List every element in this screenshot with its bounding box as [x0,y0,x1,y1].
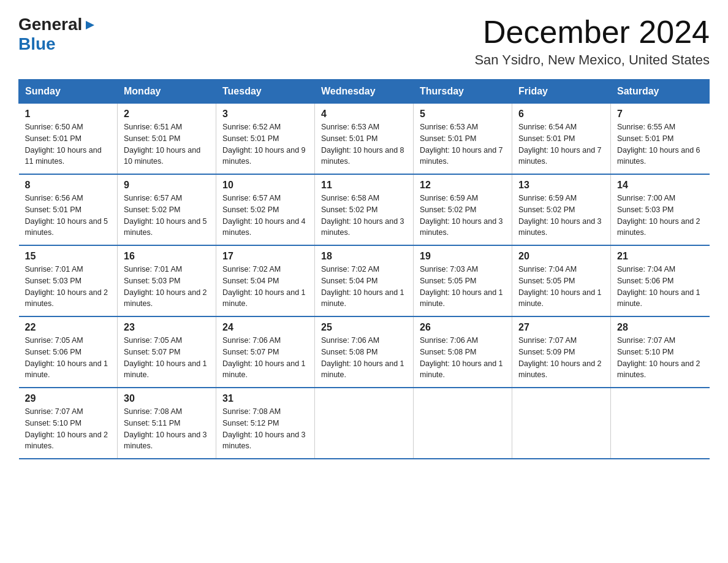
calendar-day-cell: 3Sunrise: 6:52 AMSunset: 5:01 PMDaylight… [216,104,315,175]
day-info: Sunrise: 7:08 AMSunset: 5:11 PMDaylight:… [124,406,210,452]
calendar-day-cell: 9Sunrise: 6:57 AMSunset: 5:02 PMDaylight… [118,174,216,245]
calendar-day-cell: 24Sunrise: 7:06 AMSunset: 5:07 PMDayligh… [216,316,315,388]
calendar-day-cell: 27Sunrise: 7:07 AMSunset: 5:09 PMDayligh… [512,316,611,388]
day-info: Sunrise: 7:04 AMSunset: 5:06 PMDaylight:… [617,264,703,310]
day-number: 31 [222,393,308,404]
day-info: Sunrise: 7:08 AMSunset: 5:12 PMDaylight:… [222,406,308,452]
day-info: Sunrise: 7:03 AMSunset: 5:05 PMDaylight:… [420,264,506,310]
calendar-day-cell: 23Sunrise: 7:05 AMSunset: 5:07 PMDayligh… [118,316,216,388]
day-number: 8 [25,180,112,191]
day-number: 3 [222,109,308,120]
day-info: Sunrise: 7:00 AMSunset: 5:03 PMDaylight:… [617,193,703,239]
day-number: 23 [124,322,210,333]
day-number: 29 [25,393,112,404]
day-info: Sunrise: 6:53 AMSunset: 5:01 PMDaylight:… [321,121,407,167]
calendar-day-cell: 30Sunrise: 7:08 AMSunset: 5:11 PMDayligh… [118,388,216,459]
logo-general: General [18,15,82,34]
calendar-day-cell: 28Sunrise: 7:07 AMSunset: 5:10 PMDayligh… [611,316,710,388]
calendar-week-row: 15Sunrise: 7:01 AMSunset: 5:03 PMDayligh… [19,245,710,316]
day-info: Sunrise: 6:59 AMSunset: 5:02 PMDaylight:… [518,193,604,239]
day-info: Sunrise: 6:51 AMSunset: 5:01 PMDaylight:… [124,121,210,167]
day-info: Sunrise: 7:05 AMSunset: 5:06 PMDaylight:… [25,335,112,381]
day-number: 5 [420,109,506,120]
day-info: Sunrise: 6:59 AMSunset: 5:02 PMDaylight:… [420,193,506,239]
day-number: 25 [321,322,407,333]
header-saturday: Saturday [611,80,710,104]
day-info: Sunrise: 6:57 AMSunset: 5:02 PMDaylight:… [124,193,210,239]
day-info: Sunrise: 7:04 AMSunset: 5:05 PMDaylight:… [518,264,604,310]
day-number: 14 [617,180,703,191]
calendar-day-cell: 7Sunrise: 6:55 AMSunset: 5:01 PMDaylight… [611,104,710,175]
logo-blue: Blue [18,34,56,53]
header-wednesday: Wednesday [315,80,414,104]
day-info: Sunrise: 6:52 AMSunset: 5:01 PMDaylight:… [222,121,308,167]
day-number: 6 [518,109,604,120]
header-thursday: Thursday [414,80,512,104]
title-area: December 2024 San Ysidro, New Mexico, Un… [474,15,710,68]
calendar-day-cell: 31Sunrise: 7:08 AMSunset: 5:12 PMDayligh… [216,388,315,459]
calendar-day-cell: 11Sunrise: 6:58 AMSunset: 5:02 PMDayligh… [315,174,414,245]
calendar-day-cell: 5Sunrise: 6:53 AMSunset: 5:01 PMDaylight… [414,104,512,175]
calendar-week-row: 29Sunrise: 7:07 AMSunset: 5:10 PMDayligh… [19,388,710,459]
day-info: Sunrise: 6:57 AMSunset: 5:02 PMDaylight:… [222,193,308,239]
location-subtitle: San Ysidro, New Mexico, United States [474,52,710,68]
day-info: Sunrise: 7:06 AMSunset: 5:07 PMDaylight:… [222,335,308,381]
calendar-day-cell: 14Sunrise: 7:00 AMSunset: 5:03 PMDayligh… [611,174,710,245]
calendar-day-cell: 8Sunrise: 6:56 AMSunset: 5:01 PMDaylight… [19,174,118,245]
calendar-day-cell: 29Sunrise: 7:07 AMSunset: 5:10 PMDayligh… [19,388,118,459]
header-tuesday: Tuesday [216,80,315,104]
day-number: 9 [124,180,210,191]
calendar-day-cell: 13Sunrise: 6:59 AMSunset: 5:02 PMDayligh… [512,174,611,245]
header-friday: Friday [512,80,611,104]
calendar-day-cell: 26Sunrise: 7:06 AMSunset: 5:08 PMDayligh… [414,316,512,388]
day-number: 19 [420,251,506,262]
calendar-day-cell: 4Sunrise: 6:53 AMSunset: 5:01 PMDaylight… [315,104,414,175]
day-info: Sunrise: 7:07 AMSunset: 5:10 PMDaylight:… [25,406,112,452]
calendar-week-row: 8Sunrise: 6:56 AMSunset: 5:01 PMDaylight… [19,174,710,245]
svg-marker-0 [86,21,94,29]
calendar-day-cell: 2Sunrise: 6:51 AMSunset: 5:01 PMDaylight… [118,104,216,175]
day-info: Sunrise: 7:07 AMSunset: 5:09 PMDaylight:… [518,335,604,381]
month-title: December 2024 [474,15,710,50]
day-number: 12 [420,180,506,191]
day-number: 28 [617,322,703,333]
page-header: General Blue December 2024 San Ysidro, N… [18,15,710,68]
day-number: 16 [124,251,210,262]
day-info: Sunrise: 7:06 AMSunset: 5:08 PMDaylight:… [321,335,407,381]
calendar-week-row: 22Sunrise: 7:05 AMSunset: 5:06 PMDayligh… [19,316,710,388]
day-info: Sunrise: 6:53 AMSunset: 5:01 PMDaylight:… [420,121,506,167]
day-number: 10 [222,180,308,191]
calendar-week-row: 1Sunrise: 6:50 AMSunset: 5:01 PMDaylight… [19,104,710,175]
day-number: 15 [25,251,112,262]
calendar-day-cell: 19Sunrise: 7:03 AMSunset: 5:05 PMDayligh… [414,245,512,316]
header-sunday: Sunday [19,80,118,104]
day-info: Sunrise: 6:50 AMSunset: 5:01 PMDaylight:… [25,121,112,167]
day-info: Sunrise: 6:55 AMSunset: 5:01 PMDaylight:… [617,121,703,167]
logo: General Blue [18,15,97,54]
calendar-day-cell: 18Sunrise: 7:02 AMSunset: 5:04 PMDayligh… [315,245,414,316]
calendar-header-row: SundayMondayTuesdayWednesdayThursdayFrid… [19,80,710,104]
day-number: 17 [222,251,308,262]
day-number: 11 [321,180,407,191]
logo-triangle-icon [83,18,97,32]
day-info: Sunrise: 6:54 AMSunset: 5:01 PMDaylight:… [518,121,604,167]
calendar-table: SundayMondayTuesdayWednesdayThursdayFrid… [18,79,710,459]
day-number: 21 [617,251,703,262]
day-number: 24 [222,322,308,333]
day-info: Sunrise: 7:02 AMSunset: 5:04 PMDaylight:… [222,264,308,310]
day-info: Sunrise: 7:07 AMSunset: 5:10 PMDaylight:… [617,335,703,381]
calendar-day-cell: 10Sunrise: 6:57 AMSunset: 5:02 PMDayligh… [216,174,315,245]
day-number: 30 [124,393,210,404]
day-info: Sunrise: 7:01 AMSunset: 5:03 PMDaylight:… [124,264,210,310]
day-number: 7 [617,109,703,120]
header-monday: Monday [118,80,216,104]
day-number: 1 [25,109,112,120]
calendar-day-cell: 25Sunrise: 7:06 AMSunset: 5:08 PMDayligh… [315,316,414,388]
calendar-day-cell: 6Sunrise: 6:54 AMSunset: 5:01 PMDaylight… [512,104,611,175]
calendar-day-cell: 16Sunrise: 7:01 AMSunset: 5:03 PMDayligh… [118,245,216,316]
day-info: Sunrise: 7:02 AMSunset: 5:04 PMDaylight:… [321,264,407,310]
day-info: Sunrise: 7:05 AMSunset: 5:07 PMDaylight:… [124,335,210,381]
calendar-day-cell: 1Sunrise: 6:50 AMSunset: 5:01 PMDaylight… [19,104,118,175]
day-number: 22 [25,322,112,333]
day-info: Sunrise: 6:58 AMSunset: 5:02 PMDaylight:… [321,193,407,239]
